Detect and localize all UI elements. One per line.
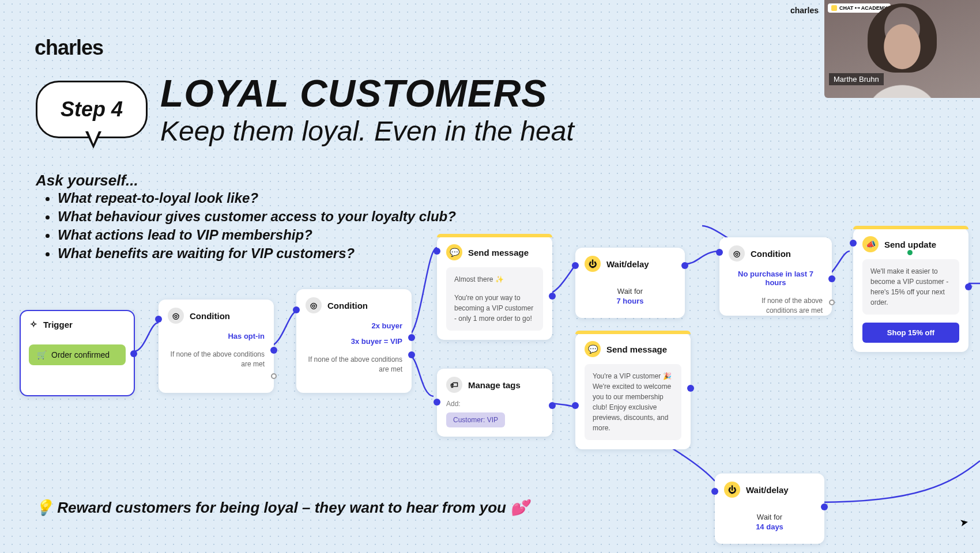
condition-option[interactable]: No purchase in last 7 hours xyxy=(719,266,832,290)
page-subtitle: Keep them loyal. Even in the heat xyxy=(160,115,574,147)
port-out[interactable] xyxy=(549,402,556,409)
wait-label: Wait for xyxy=(575,287,685,296)
accent-strip xyxy=(437,234,552,237)
accent-strip xyxy=(853,226,968,229)
node-title: Condition xyxy=(751,249,791,259)
bullet-item: What actions lead to VIP membership? xyxy=(58,227,456,243)
flow-node-trigger[interactable]: ✧ Trigger 🛒 Order confirmed xyxy=(20,310,135,396)
slide-canvas: charles Step 4 LOYAL CUSTOMERS Keep them… xyxy=(0,0,980,553)
page-title: LOYAL CUSTOMERS xyxy=(160,71,547,115)
cart-icon: 🛒 xyxy=(37,350,47,359)
presenter-silhouette xyxy=(862,17,943,98)
condition-fallback: If none of the above conditions are met xyxy=(296,349,412,382)
presenter-name: Marthe Bruhn xyxy=(829,73,884,85)
node-title: Wait/delay xyxy=(746,485,789,495)
port-out[interactable] xyxy=(130,350,137,357)
node-title: Manage tags xyxy=(468,380,521,390)
port-in[interactable] xyxy=(293,306,300,313)
trigger-pill[interactable]: 🛒 Order confirmed xyxy=(29,344,126,365)
badge-text: CHAT •·• ACADEMY xyxy=(839,5,887,11)
port-out-opt1[interactable] xyxy=(408,334,415,341)
port-in[interactable] xyxy=(850,240,857,247)
msg-body: You're on your way to becoming a VIP cus… xyxy=(454,293,535,324)
eye-icon: ◎ xyxy=(168,308,184,324)
badge-icon xyxy=(831,5,837,11)
watermark: charles xyxy=(790,6,819,15)
presenter-webcam: CHAT •·• ACADEMY Marthe Bruhn xyxy=(824,0,980,98)
speech-tail-icon xyxy=(85,131,101,149)
tag-chip[interactable]: Customer: VIP xyxy=(446,412,505,427)
port-out[interactable] xyxy=(681,262,688,269)
node-title: Condition xyxy=(190,311,230,321)
clock-icon: ⏻ xyxy=(585,256,601,272)
msg-line1: Almost there ✨ xyxy=(454,274,535,285)
bullet-item: What repeat-to-loyal look like? xyxy=(58,190,456,206)
ask-heading: Ask yourself... xyxy=(36,172,138,190)
condition-option[interactable]: 2x buyer xyxy=(296,318,412,334)
eye-icon: ◎ xyxy=(729,245,745,262)
port-in[interactable] xyxy=(716,249,723,256)
port-in[interactable] xyxy=(711,488,718,495)
wait-value: 14 days xyxy=(715,522,824,531)
port-out-opt2[interactable] xyxy=(408,351,415,358)
flow-node-send-message-1[interactable]: 💬 Send message Almost there ✨ You're on … xyxy=(437,236,552,340)
wait-value: 7 hours xyxy=(575,297,685,305)
port-out[interactable] xyxy=(687,385,694,392)
condition-fallback: If none of the above conditions are met xyxy=(719,290,832,324)
flow-node-condition-1[interactable]: ◎ Condition Has opt-in If none of the ab… xyxy=(159,300,274,393)
accent-strip xyxy=(575,331,691,334)
flow-node-manage-tags[interactable]: 🏷 Manage tags Add: Customer: VIP xyxy=(437,369,552,437)
port-in[interactable] xyxy=(155,316,162,323)
flow-node-wait-1[interactable]: ⏻ Wait/delay Wait for 7 hours xyxy=(575,248,685,318)
port-out-fallback[interactable] xyxy=(271,373,277,379)
port-out[interactable] xyxy=(821,503,828,510)
flow-node-wait-2[interactable]: ⏻ Wait/delay Wait for 14 days xyxy=(715,474,824,544)
port-out-opt1[interactable] xyxy=(828,275,835,282)
rocket-icon: ✧ xyxy=(30,319,37,329)
brand-logo: charles xyxy=(35,36,103,60)
node-title: Send message xyxy=(468,248,529,257)
port-in[interactable] xyxy=(434,399,440,406)
footer-tip: 💡 Reward customers for being loyal – the… xyxy=(35,499,529,517)
message-content: We'll make it easier to become a VIP cus… xyxy=(862,259,959,315)
flow-node-condition-2[interactable]: ◎ Condition 2x buyer 3x buyer = VIP If n… xyxy=(296,289,412,393)
bullet-item: What benefits are waiting for VIP custom… xyxy=(58,245,456,262)
node-title: Trigger xyxy=(43,320,73,329)
port-in[interactable] xyxy=(572,262,579,269)
node-title: Send update xyxy=(884,240,936,249)
status-dot-icon xyxy=(907,250,913,255)
tag-icon: 🏷 xyxy=(446,377,462,393)
wait-label: Wait for xyxy=(715,513,824,521)
clock-icon: ⏻ xyxy=(724,482,740,498)
node-title: Condition xyxy=(327,301,368,310)
eye-icon: ◎ xyxy=(306,297,322,313)
port-in[interactable] xyxy=(572,402,579,409)
megaphone-icon: 📣 xyxy=(862,236,879,252)
cursor-icon: ➤ xyxy=(959,516,970,529)
cta-button[interactable]: Shop 15% off xyxy=(862,323,959,343)
port-out-fallback[interactable] xyxy=(829,300,835,305)
flow-node-send-update[interactable]: 📣 Send update We'll make it easier to be… xyxy=(853,228,968,352)
port-in[interactable] xyxy=(434,248,440,255)
message-content: Almost there ✨ You're on your way to bec… xyxy=(446,267,543,331)
condition-option[interactable]: 3x buyer = VIP xyxy=(296,334,412,349)
bullet-item: What behaviour gives customer access to … xyxy=(58,209,456,225)
node-title: Send message xyxy=(606,344,667,354)
chat-icon: 💬 xyxy=(446,244,462,260)
port-out-opt1[interactable] xyxy=(270,347,277,354)
ask-bullets: What repeat-to-loyal look like? What beh… xyxy=(58,190,456,264)
port-out[interactable] xyxy=(549,293,556,300)
step-bubble: Step 4 xyxy=(36,81,148,138)
trigger-label: Order confirmed xyxy=(51,350,110,359)
condition-fallback: If none of the above conditions are met xyxy=(159,344,274,377)
node-title: Wait/delay xyxy=(606,259,649,269)
port-out[interactable] xyxy=(965,283,972,290)
chat-icon: 💬 xyxy=(585,341,601,357)
flow-node-send-message-2[interactable]: 💬 Send message You're a VIP customer 🎉 W… xyxy=(575,333,691,449)
condition-option[interactable]: Has opt-in xyxy=(159,328,274,344)
message-content: You're a VIP customer 🎉 We're excited to… xyxy=(585,364,681,440)
add-label: Add: xyxy=(446,400,543,408)
flow-node-condition-3[interactable]: ◎ Condition No purchase in last 7 hours … xyxy=(719,237,832,316)
